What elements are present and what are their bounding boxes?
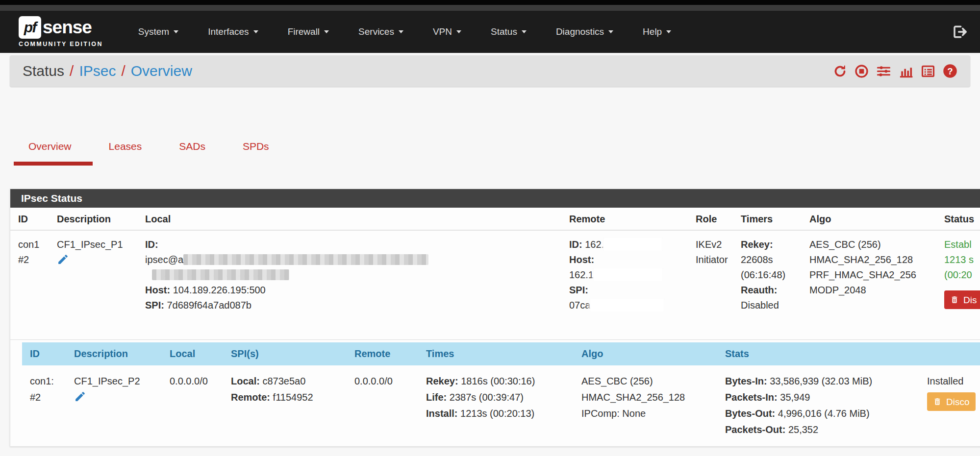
chevron-down-icon [324,30,329,33]
top-gray-strip [0,5,980,11]
cell-stats: Bytes-In: 33,586,939 (32.03 MiB) Packets… [717,365,919,448]
cell-remote: ID: 162. Host: 162.1 SPI: 07ca [561,231,688,339]
ipsec-status-panel: IPsec Status ID Description Local Remote… [10,189,980,447]
tab-sads[interactable]: SADs [160,137,224,156]
table-row: con1: #2 CF1_IPsec_P2 0.0.0.0/0 Local: c… [22,365,980,448]
col-header-description: Description [66,348,162,360]
svg-text:?: ? [947,66,953,76]
main-menu: System Interfaces Firewall Services VPN … [124,11,686,53]
nav-item-label: Services [358,26,394,37]
child-sa-table: ID Description Local SPI(s) Remote Times… [22,342,980,448]
sign-out-icon[interactable] [952,24,967,40]
nav-item-label: Diagnostics [556,26,604,37]
pfsense-logo[interactable]: pf sense COMMUNITY EDITION [19,16,103,48]
status-installed: Installed [927,373,980,389]
col-header-id: ID [10,208,49,230]
nav-item-system[interactable]: System [124,11,193,53]
table-row: con1 #2 CF1_IPsec_P1 ID: ipsec@a Host: 1… [10,231,980,340]
redacted-blur [183,254,428,265]
nav-item-services[interactable]: Services [344,11,418,53]
cell-id: con1: #2 [22,365,66,448]
edit-icon[interactable] [74,390,86,408]
breadcrumb-link-overview[interactable]: Overview [131,63,192,79]
disconnect-button[interactable]: Dis [944,290,980,309]
cell-timers: Rekey: 22608s (06:16:48) Reauth: Disable… [733,231,802,339]
tab-leases[interactable]: Leases [90,137,161,156]
ipsec-table-header-row: ID Description Local Remote Role Timers … [10,208,980,231]
col-header-remote: Remote [347,348,418,360]
nav-item-label: Help [643,26,662,37]
col-header-local: Local [162,348,223,360]
nav-item-interfaces[interactable]: Interfaces [193,11,273,53]
breadcrumb: Status / IPsec / Overview [10,55,970,87]
col-header-id: ID [22,348,66,360]
nav-item-label: VPN [433,26,452,37]
edit-icon[interactable] [57,253,69,270]
breadcrumb-section: Status [23,63,64,79]
page-action-icons: ? [833,64,957,78]
nav-item-diagnostics[interactable]: Diagnostics [541,11,628,53]
tab-overview[interactable]: Overview [10,137,90,156]
col-header-timers: Timers [733,208,802,230]
nav-item-label: Firewall [288,26,320,37]
refresh-icon[interactable] [833,64,847,78]
cell-algo: AES_CBC (256) HMAC_SHA2_256_128 IPComp: … [574,365,717,448]
cell-remote-subnet: 0.0.0.0/0 [347,365,418,448]
nav-item-label: System [138,26,169,37]
col-header-times: Times [418,348,574,360]
cell-status: Installed Disco [919,365,980,448]
pf-logo-mark: pf [19,16,41,39]
active-tab-indicator [14,162,93,166]
col-header-stats: Stats [717,348,919,360]
col-header-local: Local [137,208,561,230]
chevron-down-icon [522,30,527,33]
chevron-down-icon [399,30,403,33]
top-navbar: pf sense COMMUNITY EDITION System Interf… [0,11,980,53]
redacted-box [604,238,662,251]
redacted-blur [152,269,289,280]
cell-spis: Local: c873e5a0 Remote: f1154952 [223,365,347,448]
cell-times: Rekey: 1816s (00:30:16) Life: 2387s (00:… [418,365,574,448]
chevron-down-icon [666,30,671,33]
panel-title: IPsec Status [10,189,980,208]
cell-local: ID: ipsec@a Host: 104.189.226.195:500 SP… [137,231,561,339]
nav-item-firewall[interactable]: Firewall [273,11,344,53]
cell-role: IKEv2 Initiator [688,231,733,339]
cell-status: Establ 1213 s (00:20 Dis [936,231,980,339]
col-header-remote: Remote [561,208,688,230]
redacted-box [594,268,662,281]
col-header-status: Status [936,208,980,230]
nav-item-help[interactable]: Help [628,11,686,53]
breadcrumb-separator: / [121,63,125,79]
breadcrumb-link-ipsec[interactable]: IPsec [79,63,116,79]
chevron-down-icon [608,30,613,33]
chevron-down-icon [174,30,178,33]
chevron-down-icon [456,30,461,33]
list-icon[interactable] [921,64,935,78]
disconnect-child-button[interactable]: Disco [927,392,976,411]
top-black-strip [0,0,980,5]
chevron-down-icon [253,30,258,33]
col-header-algo: Algo [802,208,936,230]
help-icon[interactable]: ? [943,64,957,78]
trash-icon [950,295,959,305]
nav-item-label: Interfaces [208,26,249,37]
breadcrumb-separator: / [70,63,74,79]
nav-item-status[interactable]: Status [476,11,541,53]
child-table-header-row: ID Description Local SPI(s) Remote Times… [22,342,980,365]
cell-id: con1 #2 [10,231,49,339]
nav-item-label: Status [491,26,517,37]
sliders-icon[interactable] [876,64,891,78]
brand-name: sense [43,17,92,38]
bar-chart-icon[interactable] [899,64,913,78]
stop-circle-icon[interactable] [854,64,869,78]
col-header-spis: SPI(s) [223,348,347,360]
col-header-description: Description [49,208,137,230]
cell-algo: AES_CBC (256) HMAC_SHA2_256_128 PRF_HMAC… [802,231,936,339]
col-header-algo: Algo [574,348,717,360]
status-established: Establ [944,237,980,252]
cell-description: CF1_IPsec_P1 [49,231,137,339]
subnav-tabs: Overview Leases SADs SPDs [10,137,288,156]
tab-spds[interactable]: SPDs [224,137,288,156]
nav-item-vpn[interactable]: VPN [418,11,476,53]
